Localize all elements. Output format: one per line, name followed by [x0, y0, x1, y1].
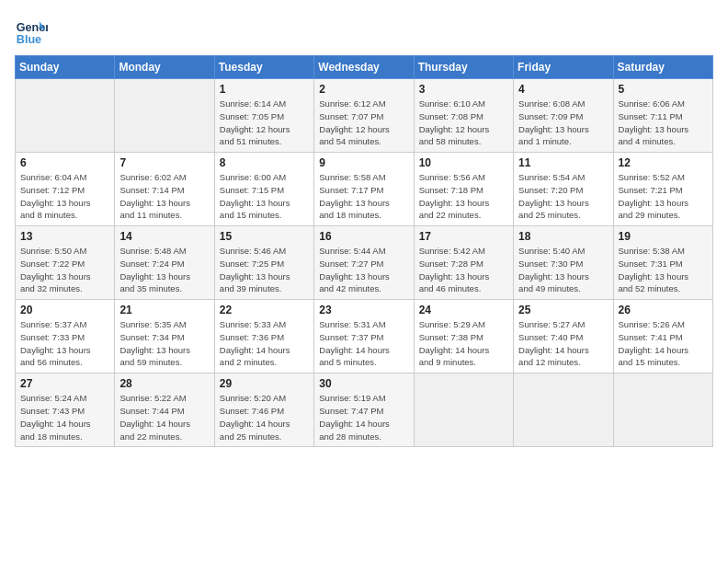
calendar-cell: 14Sunrise: 5:48 AM Sunset: 7:24 PM Dayli… [115, 226, 214, 300]
day-number: 4 [518, 83, 608, 96]
column-header-friday: Friday [514, 56, 613, 79]
calendar-cell: 27Sunrise: 5:24 AM Sunset: 7:43 PM Dayli… [16, 373, 115, 447]
day-info: Sunrise: 5:27 AM Sunset: 7:40 PM Dayligh… [518, 318, 608, 369]
day-info: Sunrise: 6:08 AM Sunset: 7:09 PM Dayligh… [518, 98, 608, 148]
calendar-cell: 26Sunrise: 5:26 AM Sunset: 7:41 PM Dayli… [613, 300, 712, 373]
day-info: Sunrise: 5:44 AM Sunset: 7:27 PM Dayligh… [319, 245, 408, 295]
calendar-cell: 19Sunrise: 5:38 AM Sunset: 7:31 PM Dayli… [613, 226, 712, 300]
calendar-cell: 7Sunrise: 6:02 AM Sunset: 7:14 PM Daylig… [115, 153, 214, 226]
day-number: 28 [119, 377, 209, 390]
day-info: Sunrise: 5:19 AM Sunset: 7:47 PM Dayligh… [319, 392, 408, 442]
calendar-cell: 20Sunrise: 5:37 AM Sunset: 7:33 PM Dayli… [16, 300, 115, 373]
column-header-sunday: Sunday [16, 56, 115, 79]
calendar-table: SundayMondayTuesdayWednesdayThursdayFrid… [15, 55, 713, 447]
day-info: Sunrise: 5:50 AM Sunset: 7:22 PM Dayligh… [20, 245, 109, 295]
logo: General Blue [15, 15, 48, 48]
day-info: Sunrise: 5:37 AM Sunset: 7:33 PM Dayligh… [20, 318, 109, 369]
calendar-cell: 24Sunrise: 5:29 AM Sunset: 7:38 PM Dayli… [414, 300, 513, 373]
day-info: Sunrise: 5:33 AM Sunset: 7:36 PM Dayligh… [220, 318, 309, 369]
calendar-cell: 13Sunrise: 5:50 AM Sunset: 7:22 PM Dayli… [16, 226, 115, 300]
day-info: Sunrise: 6:04 AM Sunset: 7:12 PM Dayligh… [20, 171, 109, 222]
day-info: Sunrise: 6:12 AM Sunset: 7:07 PM Dayligh… [319, 98, 408, 148]
calendar-cell: 16Sunrise: 5:44 AM Sunset: 7:27 PM Dayli… [314, 226, 414, 300]
calendar-cell: 17Sunrise: 5:42 AM Sunset: 7:28 PM Dayli… [414, 226, 513, 300]
day-number: 23 [319, 304, 408, 316]
calendar-week-row: 6Sunrise: 6:04 AM Sunset: 7:12 PM Daylig… [16, 153, 713, 226]
calendar-cell: 21Sunrise: 5:35 AM Sunset: 7:34 PM Dayli… [115, 300, 214, 373]
day-number: 10 [419, 156, 508, 169]
column-header-thursday: Thursday [414, 56, 513, 79]
day-info: Sunrise: 6:06 AM Sunset: 7:11 PM Dayligh… [619, 98, 708, 148]
calendar-cell [514, 373, 613, 447]
calendar-cell: 15Sunrise: 5:46 AM Sunset: 7:25 PM Dayli… [214, 226, 313, 300]
calendar-cell [16, 79, 115, 153]
day-info: Sunrise: 5:20 AM Sunset: 7:46 PM Dayligh… [220, 392, 309, 442]
calendar-cell [115, 79, 214, 153]
day-info: Sunrise: 5:54 AM Sunset: 7:20 PM Dayligh… [518, 171, 608, 222]
calendar-cell: 23Sunrise: 5:31 AM Sunset: 7:37 PM Dayli… [314, 300, 414, 373]
day-number: 3 [419, 83, 508, 96]
calendar-cell: 25Sunrise: 5:27 AM Sunset: 7:40 PM Dayli… [514, 300, 613, 373]
day-number: 20 [20, 304, 109, 316]
column-header-monday: Monday [115, 56, 214, 79]
day-info: Sunrise: 5:38 AM Sunset: 7:31 PM Dayligh… [619, 245, 708, 295]
logo-icon: General Blue [15, 15, 48, 48]
day-info: Sunrise: 5:31 AM Sunset: 7:37 PM Dayligh… [319, 318, 408, 369]
calendar-cell [613, 373, 712, 447]
calendar-week-row: 1Sunrise: 6:14 AM Sunset: 7:05 PM Daylig… [16, 79, 713, 153]
day-info: Sunrise: 6:10 AM Sunset: 7:08 PM Dayligh… [419, 98, 508, 148]
day-info: Sunrise: 5:52 AM Sunset: 7:21 PM Dayligh… [619, 171, 708, 222]
day-info: Sunrise: 5:58 AM Sunset: 7:17 PM Dayligh… [319, 171, 408, 222]
column-header-saturday: Saturday [613, 56, 712, 79]
day-info: Sunrise: 6:14 AM Sunset: 7:05 PM Dayligh… [220, 98, 309, 148]
calendar-cell: 30Sunrise: 5:19 AM Sunset: 7:47 PM Dayli… [314, 373, 414, 447]
day-number: 6 [20, 156, 109, 169]
day-info: Sunrise: 5:29 AM Sunset: 7:38 PM Dayligh… [419, 318, 508, 369]
calendar-cell [414, 373, 513, 447]
day-info: Sunrise: 5:26 AM Sunset: 7:41 PM Dayligh… [619, 318, 708, 369]
calendar-cell: 29Sunrise: 5:20 AM Sunset: 7:46 PM Dayli… [214, 373, 313, 447]
day-info: Sunrise: 6:02 AM Sunset: 7:14 PM Dayligh… [119, 171, 209, 222]
day-number: 12 [619, 156, 708, 169]
day-info: Sunrise: 6:00 AM Sunset: 7:15 PM Dayligh… [220, 171, 309, 222]
day-number: 16 [319, 230, 408, 243]
calendar-cell: 1Sunrise: 6:14 AM Sunset: 7:05 PM Daylig… [214, 79, 313, 153]
calendar-header-row: SundayMondayTuesdayWednesdayThursdayFrid… [16, 56, 713, 79]
column-header-tuesday: Tuesday [214, 56, 313, 79]
calendar-cell: 3Sunrise: 6:10 AM Sunset: 7:08 PM Daylig… [414, 79, 513, 153]
calendar-cell: 10Sunrise: 5:56 AM Sunset: 7:18 PM Dayli… [414, 153, 513, 226]
day-number: 7 [119, 156, 209, 169]
calendar-cell: 5Sunrise: 6:06 AM Sunset: 7:11 PM Daylig… [613, 79, 712, 153]
day-number: 26 [619, 304, 708, 316]
day-number: 22 [220, 304, 309, 316]
day-number: 17 [419, 230, 508, 243]
day-number: 18 [518, 230, 608, 243]
calendar-cell: 6Sunrise: 6:04 AM Sunset: 7:12 PM Daylig… [16, 153, 115, 226]
day-info: Sunrise: 5:42 AM Sunset: 7:28 PM Dayligh… [419, 245, 508, 295]
day-info: Sunrise: 5:48 AM Sunset: 7:24 PM Dayligh… [119, 245, 209, 295]
day-number: 15 [220, 230, 309, 243]
day-number: 9 [319, 156, 408, 169]
day-number: 19 [619, 230, 708, 243]
calendar-week-row: 27Sunrise: 5:24 AM Sunset: 7:43 PM Dayli… [16, 373, 713, 447]
day-number: 2 [319, 83, 408, 96]
calendar-week-row: 13Sunrise: 5:50 AM Sunset: 7:22 PM Dayli… [16, 226, 713, 300]
day-number: 25 [518, 304, 608, 316]
day-number: 11 [518, 156, 608, 169]
calendar-cell: 11Sunrise: 5:54 AM Sunset: 7:20 PM Dayli… [514, 153, 613, 226]
calendar-cell: 9Sunrise: 5:58 AM Sunset: 7:17 PM Daylig… [314, 153, 414, 226]
day-info: Sunrise: 5:56 AM Sunset: 7:18 PM Dayligh… [419, 171, 508, 222]
day-number: 1 [220, 83, 309, 96]
day-number: 29 [220, 377, 309, 390]
day-number: 8 [220, 156, 309, 169]
day-number: 27 [20, 377, 109, 390]
day-number: 24 [419, 304, 508, 316]
calendar-cell: 2Sunrise: 6:12 AM Sunset: 7:07 PM Daylig… [314, 79, 414, 153]
calendar-cell: 12Sunrise: 5:52 AM Sunset: 7:21 PM Dayli… [613, 153, 712, 226]
calendar-cell: 8Sunrise: 6:00 AM Sunset: 7:15 PM Daylig… [214, 153, 313, 226]
day-info: Sunrise: 5:35 AM Sunset: 7:34 PM Dayligh… [119, 318, 209, 369]
day-info: Sunrise: 5:24 AM Sunset: 7:43 PM Dayligh… [20, 392, 109, 442]
page-header: General Blue [15, 15, 713, 48]
calendar-cell: 28Sunrise: 5:22 AM Sunset: 7:44 PM Dayli… [115, 373, 214, 447]
calendar-cell: 22Sunrise: 5:33 AM Sunset: 7:36 PM Dayli… [214, 300, 313, 373]
